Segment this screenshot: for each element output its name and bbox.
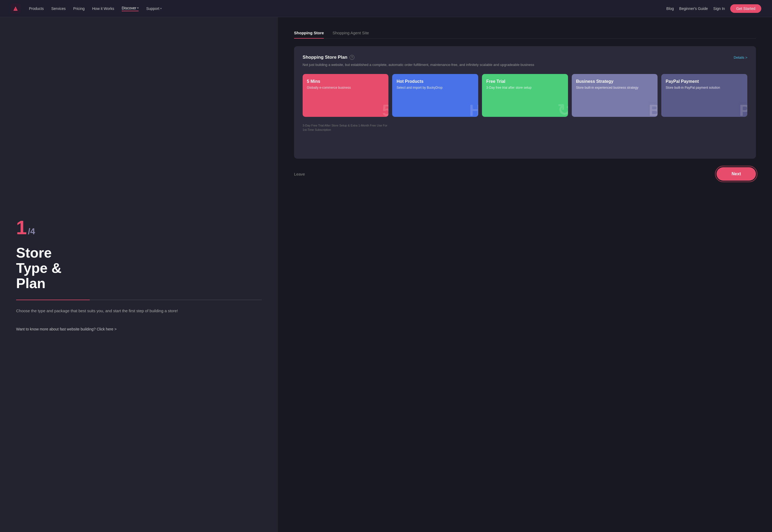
details-link[interactable]: Details > — [734, 55, 747, 59]
footer-row: Leave Next — [294, 167, 756, 181]
nav-logo[interactable] — [11, 4, 20, 13]
feature-5mins-bg-icon: 5 — [382, 101, 388, 117]
feature-card-5mins[interactable]: 5 Mins Globally e-commerce business 5 — [303, 74, 389, 117]
info-icon[interactable]: ? — [350, 55, 354, 60]
feature-hot-products-bg-icon: H — [469, 101, 478, 117]
feature-card-hot-products[interactable]: Hot Products Select and import by BuckyD… — [392, 74, 478, 117]
nav-sign-in[interactable]: Sign In — [713, 6, 725, 11]
tab-shopping-agent-site[interactable]: Shopping Agent Site — [332, 31, 369, 38]
nav-pricing[interactable]: Pricing — [73, 6, 85, 11]
nav-beginners-guide[interactable]: Beginner's Guide — [679, 6, 708, 11]
page-layout: 1 /4 Store Type & Plan Choose the type a… — [0, 17, 772, 532]
get-started-button[interactable]: Get Started — [730, 4, 761, 13]
feature-paypal-payment-subtitle: Store built-in PayPal payment solution — [666, 85, 743, 90]
feature-5mins-title: 5 Mins — [307, 79, 384, 84]
feature-cards: 5 Mins Globally e-commerce business 5 Ho… — [303, 74, 747, 117]
feature-business-strategy-subtitle: Store built-in experienced business stra… — [576, 85, 654, 90]
feature-paypal-payment-title: PayPal Payment — [666, 79, 743, 84]
nav-links: Products Services Pricing How it Works D… — [29, 6, 162, 11]
feature-free-trial-title: Free Trial — [486, 79, 564, 84]
feature-paypal-payment-bg-icon: P — [739, 101, 747, 117]
leave-button[interactable]: Leave — [294, 172, 305, 176]
tab-shopping-store[interactable]: Shopping Store — [294, 31, 324, 38]
plan-title-row: Shopping Store Plan ? — [303, 55, 354, 60]
feature-hot-products-subtitle: Select and import by BuckyDrop — [396, 85, 474, 90]
nav-right: Blog Beginner's Guide Sign In Get Starte… — [666, 4, 761, 13]
next-button[interactable]: Next — [717, 167, 756, 181]
plan-header: Shopping Store Plan ? Details > — [303, 55, 747, 60]
plan-footnote: 3-Day Free Trial After Store Setup & Ext… — [303, 123, 747, 132]
right-panel: Shopping Store Shopping Agent Site Shopp… — [278, 17, 772, 532]
feature-card-paypal-payment[interactable]: PayPal Payment Store built-in PayPal pay… — [661, 74, 747, 117]
feature-free-trial-bg-icon: ↻ — [557, 101, 568, 117]
divider — [16, 300, 262, 300]
plan-title: Shopping Store Plan — [303, 55, 347, 60]
navbar: Products Services Pricing How it Works D… — [0, 0, 772, 17]
step-title: Store Type & Plan — [16, 245, 262, 291]
nav-discover[interactable]: Discover ▾ — [122, 6, 139, 11]
feature-card-free-trial[interactable]: Free Trial 3-Day free trial after store … — [482, 74, 568, 117]
feature-hot-products-title: Hot Products — [396, 79, 474, 84]
discover-chevron-icon: ▾ — [137, 6, 139, 9]
nav-services[interactable]: Services — [51, 6, 66, 11]
support-chevron-icon: ▾ — [160, 7, 162, 10]
feature-business-strategy-title: Business Strategy — [576, 79, 654, 84]
step-total: /4 — [28, 226, 35, 236]
step-number: 1 — [16, 218, 27, 237]
left-panel: 1 /4 Store Type & Plan Choose the type a… — [0, 17, 278, 532]
feature-5mins-subtitle: Globally e-commerce business — [307, 85, 384, 90]
feature-business-strategy-bg-icon: B — [649, 101, 658, 117]
nav-support[interactable]: Support ▾ — [146, 6, 162, 11]
feature-card-business-strategy[interactable]: Business Strategy Store built-in experie… — [572, 74, 658, 117]
step-description: Choose the type and package that best su… — [16, 308, 262, 314]
feature-free-trial-subtitle: 3-Day free trial after store setup — [486, 85, 564, 90]
tabs: Shopping Store Shopping Agent Site — [294, 31, 756, 39]
learn-more-link[interactable]: Want to know more about fast website bui… — [16, 327, 262, 331]
step-indicator: 1 /4 — [16, 218, 262, 237]
nav-blog[interactable]: Blog — [666, 6, 674, 11]
nav-how-it-works[interactable]: How it Works — [92, 6, 114, 11]
plan-description: Not just building a website, but establi… — [303, 62, 747, 68]
nav-products[interactable]: Products — [29, 6, 44, 11]
nav-left: Products Services Pricing How it Works D… — [11, 4, 162, 13]
plan-card: Shopping Store Plan ? Details > Not just… — [294, 46, 756, 159]
